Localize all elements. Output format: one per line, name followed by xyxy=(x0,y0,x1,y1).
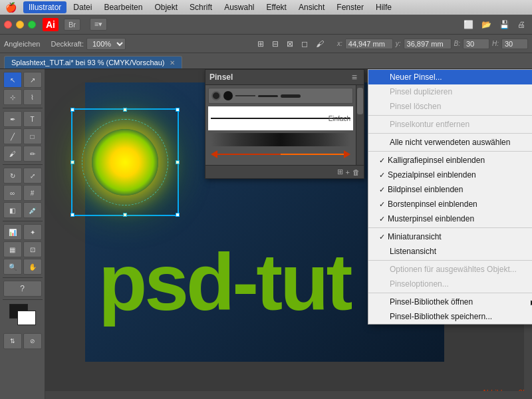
hand-tool[interactable]: ✋ xyxy=(23,259,42,275)
brush-dash[interactable] xyxy=(235,95,255,96)
menu-hilfe[interactable]: Hilfe xyxy=(370,1,397,13)
menu-schrift[interactable]: Schrift xyxy=(184,1,217,13)
pen-tool[interactable]: ✒ xyxy=(3,111,22,127)
context-menu-item[interactable]: ✓Borstenpinsel einblenden xyxy=(368,197,532,211)
tab-close[interactable]: ✕ xyxy=(170,59,175,66)
panel-header[interactable]: Pinsel ≡ xyxy=(205,70,364,85)
symbol-tool[interactable]: ✦ xyxy=(23,224,42,240)
rotate-tool[interactable]: ↻ xyxy=(3,168,22,184)
handle-tl[interactable] xyxy=(70,108,74,112)
menu-effekt[interactable]: Effekt xyxy=(261,1,291,13)
thick-brush-stroke[interactable] xyxy=(211,133,350,146)
gradient-tool[interactable]: ◧ xyxy=(3,202,22,218)
scale-tool[interactable]: ⤢ xyxy=(23,168,42,184)
x-input[interactable]: 44,947 mm xyxy=(345,39,393,49)
paintbrush-tool[interactable]: 🖌 xyxy=(3,146,22,162)
menu-bearbeiten[interactable]: Bearbeiten xyxy=(98,1,148,13)
menu-ansicht[interactable]: Ansicht xyxy=(293,1,330,13)
swap-colors-btn[interactable]: ⇅ xyxy=(3,333,22,349)
context-menu-item: Pinsel löschen xyxy=(368,99,532,114)
delete-brush-icon[interactable]: 🗑 xyxy=(352,168,360,176)
background-color[interactable] xyxy=(17,311,36,325)
arrange-button[interactable]: ≡▾ xyxy=(90,18,107,31)
blend-tool[interactable]: ∞ xyxy=(3,185,22,201)
print-icon[interactable]: 🖨 xyxy=(515,19,528,31)
menu-fenster[interactable]: Fenster xyxy=(331,1,369,13)
zoom-tool[interactable]: 🔍 xyxy=(3,259,22,275)
handle-tr[interactable] xyxy=(176,108,180,112)
context-menu-item[interactable]: Pinsel-Bibliothek speichern... xyxy=(368,309,532,324)
stroke-icon[interactable]: ◻ xyxy=(299,38,311,50)
brush-stroke-area[interactable]: Einfach xyxy=(208,106,353,130)
apple-menu[interactable]: 🍎 xyxy=(5,2,17,13)
brush-thick2[interactable] xyxy=(281,94,301,98)
w-input[interactable] xyxy=(463,39,489,49)
question-tool[interactable]: ? xyxy=(3,281,42,297)
menu-illustrator[interactable]: Illustrator xyxy=(23,1,66,13)
handle-tm[interactable] xyxy=(123,108,127,112)
tab-main[interactable]: Splashtext_TUT.ai* bei 93 % (CMYK/Vorsch… xyxy=(4,56,182,68)
opacity-select[interactable]: 100% xyxy=(86,38,126,50)
window-zoom[interactable] xyxy=(28,21,36,29)
menu-auswahl[interactable]: Auswahl xyxy=(219,1,259,13)
line-tool[interactable]: ╱ xyxy=(3,128,22,144)
h-input[interactable] xyxy=(501,39,528,49)
pencil-tool[interactable]: ✏ xyxy=(23,146,42,162)
window-close[interactable] xyxy=(4,21,12,29)
save-icon[interactable]: 💾 xyxy=(497,19,512,31)
new-brush-icon[interactable]: + xyxy=(346,168,350,176)
menu-datei[interactable]: Datei xyxy=(68,1,97,13)
menu-objekt[interactable]: Objekt xyxy=(149,1,183,13)
graph-tool[interactable]: 📊 xyxy=(3,224,22,240)
arrow-brush-stroke[interactable] xyxy=(211,148,350,161)
lasso-tool[interactable]: ⌇ xyxy=(23,89,42,105)
window-minimize[interactable] xyxy=(16,21,24,29)
select-tool[interactable]: ↖ xyxy=(3,72,22,88)
x-label: x: xyxy=(337,40,342,47)
selected-object[interactable] xyxy=(72,109,178,215)
context-menu-item[interactable]: Pinsel-Bibliothek öffnen▶ xyxy=(368,295,532,309)
context-menu-item[interactable]: ✓Kalligrafiepinsel einblenden xyxy=(368,153,532,168)
align-icon[interactable]: ⊟ xyxy=(269,38,281,50)
y-input[interactable]: 36,897 mm xyxy=(404,39,452,49)
eyedropper-tool[interactable]: 💉 xyxy=(23,202,42,218)
context-menu-item[interactable]: ✓Spezialpinsel einblenden xyxy=(368,168,532,182)
transform-icon[interactable]: ⊞ xyxy=(255,38,267,50)
libraries-icon[interactable]: ⊞ xyxy=(337,168,343,176)
mesh-tool[interactable]: # xyxy=(23,185,42,201)
context-menu-item[interactable]: Alle nicht verwendeten auswählen xyxy=(368,135,532,150)
panel-scrollbar[interactable] xyxy=(356,85,364,165)
handle-br[interactable] xyxy=(176,213,180,217)
brush-thick[interactable] xyxy=(258,95,278,97)
handle-mr[interactable] xyxy=(176,160,180,164)
bridge-button[interactable]: Br xyxy=(64,19,80,31)
handle-bl[interactable] xyxy=(70,213,74,217)
pathfinder-icon[interactable]: ⊠ xyxy=(284,38,296,50)
context-menu-item[interactable]: Listenansicht xyxy=(368,244,532,259)
brush-dot-outline[interactable] xyxy=(211,91,221,100)
arrow-line-right xyxy=(281,154,344,155)
magic-wand-tool[interactable]: ⊹ xyxy=(3,89,22,105)
menu-check-icon: ✓ xyxy=(379,186,385,194)
scroll-thumb[interactable] xyxy=(357,88,363,114)
ai-logo: Ai xyxy=(43,18,59,31)
type-tool[interactable]: T xyxy=(23,111,42,127)
context-menu-item[interactable]: ✓Musterpinsel einblenden xyxy=(368,211,532,226)
column-graph-tool[interactable]: ▦ xyxy=(3,241,22,257)
context-menu-item[interactable]: ✓Miniaturansicht xyxy=(368,229,532,244)
handle-ml[interactable] xyxy=(70,160,74,164)
brush-icon[interactable]: 🖌 xyxy=(313,38,327,50)
rect-tool[interactable]: □ xyxy=(23,128,42,144)
context-menu-item[interactable]: Neuer Pinsel... xyxy=(368,70,532,84)
none-color-btn[interactable]: ⊘ xyxy=(23,333,42,349)
handle-bm[interactable] xyxy=(123,213,127,217)
context-menu-item[interactable]: ✓Bildpinsel einblenden xyxy=(368,182,532,197)
canvas-area[interactable]: psd-tut Pinsel ≡ xyxy=(45,69,532,399)
direct-select-tool[interactable]: ↗ xyxy=(23,72,42,88)
slice-tool[interactable]: ⊡ xyxy=(23,241,42,257)
new-doc-icon[interactable]: ⬜ xyxy=(461,19,476,31)
open-icon[interactable]: 📂 xyxy=(479,19,494,31)
panel-menu-btn[interactable]: ≡ xyxy=(349,72,360,82)
brush-dot-filled[interactable] xyxy=(223,91,233,100)
canvas-scrollbar-horizontal[interactable] xyxy=(45,391,524,399)
